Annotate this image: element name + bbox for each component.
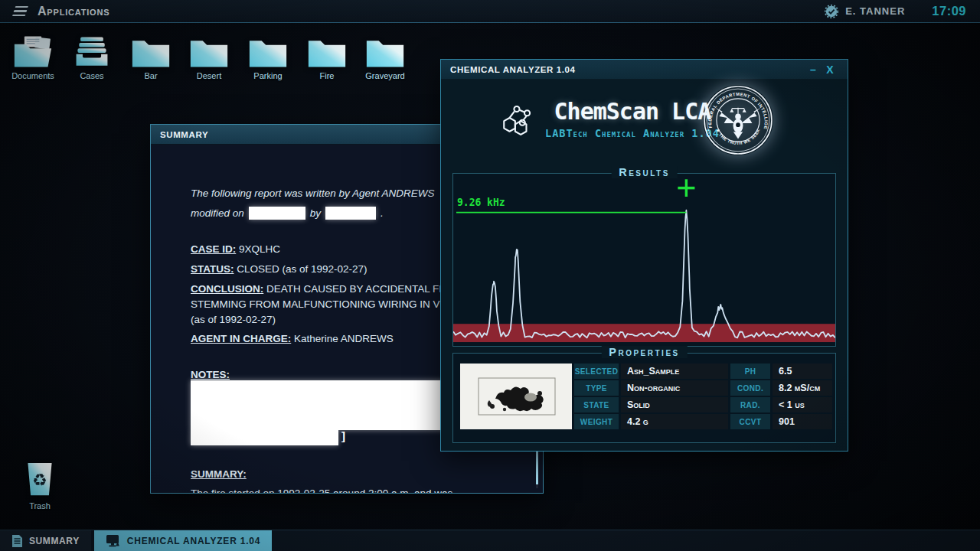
- summary-scrollbar-thumb[interactable]: [536, 451, 538, 484]
- taskbar-item-summary[interactable]: SUMMARY: [0, 530, 91, 551]
- trays-icon: [72, 35, 112, 69]
- case-id-label: CASE ID:: [191, 243, 236, 255]
- case-id-value: 9XQLHC: [239, 243, 280, 255]
- prop-label-state: STATE: [574, 397, 619, 412]
- conclusion-label: CONCLUSION:: [191, 283, 263, 295]
- top-menu-bar: Applications E. TANNER 17:09: [0, 0, 980, 23]
- brand-text: ChemScan LCA LABTech Chemical Analyzer 1…: [545, 98, 720, 139]
- prop-value-weight: 4.2 g: [621, 414, 728, 429]
- applications-menu-icon[interactable]: [12, 6, 28, 16]
- prop-value-selected: Ash_Sample: [621, 364, 728, 379]
- app-brand-subtitle: LABTech Chemical Analyzer 1.04: [545, 127, 720, 139]
- desktop-icon-parking[interactable]: Parking: [241, 35, 295, 80]
- report-intro-line1: The following report was written by Agen…: [191, 187, 435, 199]
- notes-label: NOTES:: [191, 369, 230, 380]
- desktop-icon-label: Graveyard: [358, 71, 412, 80]
- summary-section-label: SUMMARY:: [191, 468, 247, 480]
- federal-seal-graphic: FEDERAL DEPARTMENT OF INTELLIGENCE ★ THE…: [703, 85, 773, 155]
- results-panel: Results 9.26 kHz: [452, 173, 836, 347]
- prop-label-weight: WEIGHT: [574, 414, 619, 429]
- prop-label-ph: PH: [730, 364, 770, 379]
- trash-label: Trash: [13, 501, 67, 510]
- desktop-icon-label: Fire: [300, 71, 354, 80]
- threshold-label: 9.26 kHz: [457, 197, 505, 208]
- analyzer-window-title: CHEMICAL ANALYZER 1.04: [450, 65, 805, 74]
- redaction-block: [191, 380, 451, 430]
- agent-value: Katherine ANDREWS: [294, 333, 394, 344]
- desktop-icon-cases[interactable]: Cases: [65, 35, 119, 80]
- brand-block: ChemScan LCA LABTech Chemical Analyzer 1…: [499, 98, 720, 139]
- folder-icon: [189, 35, 229, 69]
- ash-sample-image: [460, 364, 572, 429]
- analyzer-header: ChemScan LCA LABTech Chemical Analyzer 1…: [441, 80, 848, 173]
- results-panel-title: Results: [611, 166, 678, 178]
- properties-grid: SELECTED Ash_Sample PH 6.5 TYPE Non-orga…: [453, 354, 835, 442]
- folder-icon: [365, 35, 405, 69]
- applications-menu[interactable]: Applications: [38, 5, 109, 18]
- taskbar-item-label: CHEMICAL ANALYZER 1.04: [127, 536, 261, 546]
- desktop-icon-fire[interactable]: Fire: [300, 35, 354, 80]
- minimize-button[interactable]: –: [805, 64, 822, 76]
- desktop-icon-label: Documents: [6, 71, 60, 80]
- trash-icon: [23, 461, 57, 500]
- agent-label: AGENT IN CHARGE:: [191, 333, 291, 344]
- folder-icon: [131, 35, 171, 69]
- prop-value-rad: < 1 us: [773, 397, 832, 412]
- prop-value-cond: 8.2 mS/cm: [773, 380, 832, 396]
- prop-label-type: TYPE: [574, 380, 619, 396]
- agent-row: AGENT IN CHARGE: Katherine ANDREWS: [191, 333, 394, 344]
- trash-icon-item[interactable]: Trash: [13, 461, 67, 510]
- app-brand-name: ChemScan LCA: [545, 98, 720, 125]
- desktop-icon-desert[interactable]: Desert: [182, 35, 236, 80]
- status-label: STATUS:: [191, 263, 234, 275]
- document-icon: [11, 534, 23, 548]
- folder-icon: [307, 35, 347, 69]
- analyzer-window-titlebar[interactable]: CHEMICAL ANALYZER 1.04 – X: [441, 60, 848, 80]
- report-intro-line2: modified on by .: [191, 207, 384, 220]
- redaction-box: [249, 207, 305, 220]
- prop-label-cond: COND.: [730, 380, 770, 396]
- modified-period: .: [381, 207, 384, 219]
- conclusion-line3: (as of 1992-02-27): [191, 314, 276, 325]
- properties-panel: Properties SELECTED Ash_Sample: [452, 353, 836, 443]
- prop-value-state: Solid: [621, 397, 728, 412]
- cursor-cross[interactable]: [678, 179, 694, 197]
- taskbar-item-label: SUMMARY: [29, 536, 80, 546]
- close-button[interactable]: X: [822, 64, 838, 76]
- sample-photo: [460, 364, 572, 429]
- prop-label-selected: SELECTED: [574, 364, 619, 379]
- case-id-row: CASE ID: 9XQLHC: [191, 243, 280, 255]
- spectrum-line: [453, 210, 835, 338]
- desktop-screen: ♻ Applications E. TANNER 17:09 Documents…: [0, 0, 980, 551]
- conclusion-row: CONCLUSION: DEATH CAUSED BY ACCIDENTAL F…: [191, 283, 449, 295]
- status-value: CLOSED (as of 1992-02-27): [237, 263, 367, 275]
- prop-value-type: Non-organic: [621, 380, 728, 396]
- redaction-box: [325, 207, 376, 220]
- prop-label-ccvt: CCVT: [730, 414, 770, 429]
- taskbar-item-chemical-analyzer[interactable]: CHEMICAL ANALYZER 1.04: [94, 530, 273, 551]
- desktop-icon-label: Desert: [182, 71, 236, 80]
- folder-icon: [248, 35, 288, 69]
- notes-bracket: ]: [341, 429, 345, 442]
- desktop-icon-bar[interactable]: Bar: [124, 35, 178, 80]
- conclusion-line2: STEMMING FROM MALFUNCTIONING WIRING IN V…: [191, 298, 456, 310]
- analyzer-app-icon: [106, 534, 121, 548]
- redaction-block: [191, 430, 338, 445]
- desktop-icon-documents[interactable]: Documents: [6, 35, 60, 80]
- desktop-icon-graveyard[interactable]: Graveyard: [358, 35, 412, 80]
- spectrum-chart: 9.26 kHz: [453, 174, 835, 346]
- topbar-status-area: E. TANNER 17:09: [825, 4, 966, 18]
- desktop-icon-label: Cases: [65, 71, 119, 80]
- conclusion-line1: DEATH CAUSED BY ACCIDENTAL FIR: [266, 283, 449, 295]
- summary-body-line1: The fire started on 1992-02-25 around 2:…: [191, 487, 452, 493]
- user-badge-icon: [825, 5, 838, 18]
- prop-value-ph: 6.5: [773, 364, 832, 379]
- status-row: STATUS: CLOSED (as of 1992-02-27): [191, 263, 368, 275]
- logged-in-user[interactable]: E. TANNER: [845, 5, 905, 17]
- molecule-icon: [499, 99, 536, 136]
- taskbar: SUMMARY CHEMICAL ANALYZER 1.04: [0, 530, 980, 551]
- desktop-icon-label: Bar: [124, 71, 178, 80]
- chemical-analyzer-window: CHEMICAL ANALYZER 1.04 – X ChemScan LCA: [440, 59, 848, 452]
- prop-label-rad: RAD.: [730, 397, 770, 412]
- desktop-icon-label: Parking: [241, 71, 295, 80]
